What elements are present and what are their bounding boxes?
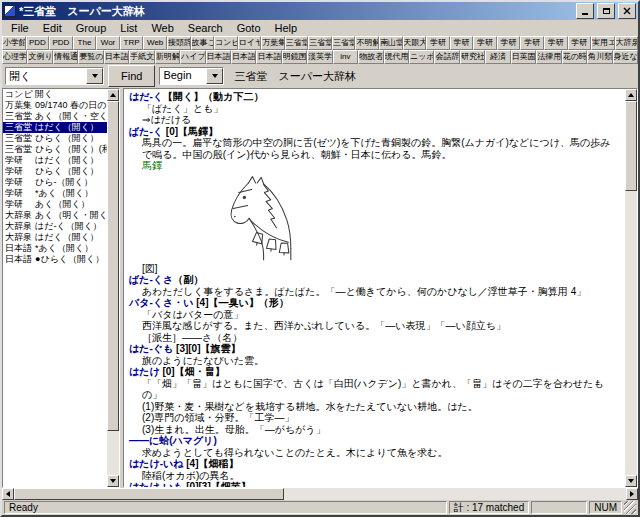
content-scroll-track[interactable] (625, 101, 637, 475)
scroll-right-button[interactable] (626, 488, 638, 500)
dictionary-tab[interactable]: 日本語 (206, 50, 231, 64)
dictionary-tab[interactable]: 手紙文 (129, 50, 154, 64)
dictionary-tab[interactable]: 文例り (27, 50, 52, 64)
dictionary-tab[interactable]: 小学館 (2, 36, 26, 50)
search-input[interactable] (6, 68, 86, 84)
list-item[interactable]: 学研あく（開く） (3, 199, 107, 210)
search-dropdown-button[interactable] (86, 68, 103, 84)
maximize-button[interactable] (597, 3, 615, 19)
list-item[interactable]: 三省堂はだく（開く） (3, 122, 107, 133)
menu-item[interactable]: Goto (230, 21, 268, 35)
menu-item[interactable]: Group (69, 21, 114, 35)
dictionary-tab[interactable]: 明鏡国 (282, 50, 307, 64)
dictionary-tab[interactable]: 実用エ (591, 36, 615, 50)
dictionary-tab[interactable]: inv (333, 50, 358, 64)
dictionary-tab[interactable]: 会話辞 (434, 50, 459, 64)
dictionary-tab[interactable]: Web (143, 36, 167, 50)
menu-item[interactable]: Web (144, 21, 180, 35)
dictionary-tab[interactable]: 法律用 (536, 50, 561, 64)
dictionary-tab[interactable]: 研究社 (460, 50, 485, 64)
dictionary-tab[interactable]: PDD (49, 36, 73, 50)
dictionary-tab[interactable]: ハイブ (180, 50, 205, 64)
resize-grip[interactable] (624, 501, 636, 514)
list-item[interactable]: 大辞泉あく（明く・開く・空く# (3, 210, 107, 221)
menu-item[interactable]: Search (181, 21, 230, 35)
dictionary-tab[interactable]: 情報通 (53, 50, 78, 64)
dictionary-tab[interactable]: 要覧の (78, 50, 103, 64)
dictionary-tab[interactable]: 花の時 (562, 50, 587, 64)
dictionary-tab[interactable]: 学研 (568, 36, 592, 50)
scroll-left-button[interactable] (2, 488, 14, 500)
dictionary-tab[interactable]: 学研 (520, 36, 544, 50)
list-item[interactable]: 日本語●ひらく（開く） (3, 254, 107, 265)
dictionary-tab[interactable]: ロイヤ (238, 36, 262, 50)
dictionary-tab[interactable]: 学研 (426, 36, 450, 50)
list-item[interactable]: 大辞泉はだく（開く） (3, 232, 107, 243)
dictionary-tab[interactable]: 日英固 (511, 50, 536, 64)
menu-item[interactable]: File (4, 21, 36, 35)
dictionary-tab[interactable]: 身近な (613, 50, 638, 64)
list-item[interactable]: 学研*あく（開く） (3, 188, 107, 199)
list-item[interactable]: 学研ひら-（開く） (3, 177, 107, 188)
dictionary-tab[interactable]: 万葉集 (261, 36, 285, 50)
scroll-down-button[interactable] (625, 475, 637, 487)
dictionary-tab[interactable]: 三省堂 (285, 36, 309, 50)
content-scroll-thumb[interactable] (625, 101, 637, 191)
list-item[interactable]: 三省堂ひらく（開く）(和英) (3, 144, 107, 155)
dictionary-tab[interactable]: 不明解 (355, 36, 379, 50)
dictionary-tab[interactable]: 角川類 (587, 50, 612, 64)
list-item[interactable]: 三省堂ひらく（開く） (3, 133, 107, 144)
dictionary-tab[interactable]: コンピ (214, 36, 238, 50)
match-mode-dropdown-button[interactable] (206, 68, 223, 84)
horizontal-scrollbar[interactable] (2, 488, 638, 500)
dictionary-tab[interactable]: Wor (96, 36, 120, 50)
list-item[interactable]: 日本語*あく（開く） (3, 243, 107, 254)
list-scroll-thumb[interactable] (107, 101, 119, 431)
list-item[interactable]: コンピ開く (3, 89, 107, 100)
list-item[interactable]: 三省堂あく（開く・空く・明く# (3, 111, 107, 122)
dictionary-tab[interactable]: 日本語 (231, 50, 256, 64)
dictionary-tab[interactable]: 学研 (497, 36, 521, 50)
dictionary-tab[interactable]: 日本語 (104, 50, 129, 64)
cross-reference-link[interactable]: 馬鐸 (142, 160, 162, 171)
menu-item[interactable]: List (113, 21, 144, 35)
dictionary-tab[interactable]: 物故者 (358, 50, 383, 64)
dictionary-tab[interactable]: PDD (26, 36, 50, 50)
list-item[interactable]: 大辞泉はだ-く（開く） (3, 221, 107, 232)
scroll-up-button[interactable] (625, 89, 637, 101)
horizontal-scroll-track[interactable] (14, 488, 626, 500)
menu-item[interactable]: Edit (36, 21, 69, 35)
list-scroll-track[interactable] (107, 101, 119, 475)
horizontal-scroll-thumb[interactable] (14, 488, 284, 500)
scroll-up-button[interactable] (107, 89, 119, 101)
dictionary-tab[interactable]: 南山堂 (379, 36, 403, 50)
minimize-button[interactable] (576, 3, 594, 19)
title-bar[interactable]: *三省堂 スーパー大辞林 (2, 2, 638, 20)
dictionary-tab[interactable]: 三省堂 (308, 36, 332, 50)
dictionary-tab[interactable]: 現代用 (384, 50, 409, 64)
dictionary-tab[interactable]: 心理学 (2, 50, 27, 64)
dictionary-tab[interactable]: 漢英学 (307, 50, 332, 64)
dictionary-tab[interactable]: ニッポ (409, 50, 434, 64)
dictionary-tab[interactable]: 経済 (485, 50, 510, 64)
dictionary-tab[interactable]: TRP (120, 36, 144, 50)
dictionary-tab[interactable]: 故事こ (191, 36, 215, 50)
content-vertical-scrollbar[interactable] (625, 89, 637, 487)
dictionary-tab[interactable]: The (73, 36, 97, 50)
dictionary-tab[interactable]: 三省堂 (332, 36, 356, 50)
dictionary-tab[interactable]: 新明解 (155, 50, 180, 64)
dictionary-tab[interactable]: 天眼大 (403, 36, 427, 50)
dictionary-tab[interactable]: 大辞泉 (615, 36, 639, 50)
dictionary-tab[interactable]: 接頭辞 (167, 36, 191, 50)
close-button[interactable] (618, 3, 636, 19)
scroll-down-button[interactable] (107, 475, 119, 487)
dictionary-tab[interactable]: 学研 (473, 36, 497, 50)
list-item[interactable]: 万葉集09/1740 春の日の 霞め# (3, 100, 107, 111)
list-vertical-scrollbar[interactable] (107, 89, 119, 487)
dictionary-tab[interactable]: 学研 (450, 36, 474, 50)
menu-item[interactable]: Help (268, 21, 305, 35)
list-item[interactable]: 学研はだく（開く） (3, 155, 107, 166)
dictionary-tab[interactable]: 日本語 (256, 50, 281, 64)
list-item[interactable]: 学研ひらく（開く） (3, 166, 107, 177)
find-button[interactable]: Find (108, 65, 155, 87)
